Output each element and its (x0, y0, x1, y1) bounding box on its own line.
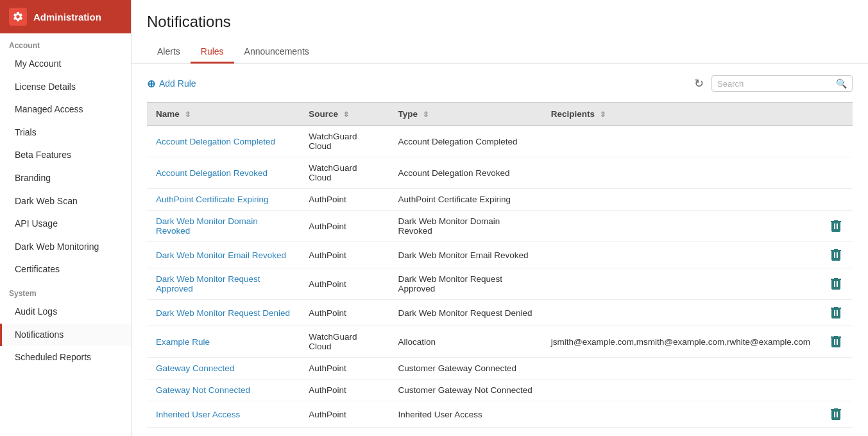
cell-recipients (542, 300, 819, 326)
rule-name-link[interactable]: Example Rule (156, 337, 210, 347)
cell-type: Customer Gateway Not Connected (389, 379, 541, 401)
delete-button[interactable] (828, 277, 844, 291)
rule-name-link[interactable]: Gateway Not Connected (156, 385, 250, 395)
cell-recipients (542, 157, 819, 189)
cell-source: AuthPoint (300, 189, 389, 211)
sidebar-item-dark-web-scan[interactable]: Dark Web Scan (0, 190, 131, 213)
cell-delete (819, 326, 853, 358)
cell-type: Dark Web Monitor Request Approved (389, 268, 541, 300)
delete-button[interactable] (828, 219, 844, 233)
content-area: ⊕ Add Rule ↻ 🔍 Name ⇳ (132, 64, 868, 436)
cell-source: WatchGuard Cloud (300, 126, 389, 157)
search-icon: 🔍 (836, 78, 847, 89)
sidebar-item-notifications[interactable]: Notifications (0, 324, 131, 347)
table-row: Gateway Not ConnectedAuthPointCustomer G… (147, 379, 853, 401)
type-sort-icon: ⇳ (423, 110, 429, 119)
rule-name-link[interactable]: Account Delegation Completed (156, 137, 275, 146)
cell-type: Account Delegation Completed (389, 126, 541, 157)
rules-table: Name ⇳ Source ⇳ Type ⇳ Recipients ⇳ (147, 102, 853, 428)
cell-delete (819, 242, 853, 268)
system-section-label: System (0, 281, 131, 301)
sidebar-header-title: Administration (33, 12, 101, 22)
cell-name: Inherited User Access (147, 401, 300, 428)
refresh-icon: ↻ (694, 76, 704, 91)
sidebar-item-beta-features[interactable]: Beta Features (0, 144, 131, 167)
cell-source: AuthPoint (300, 300, 389, 326)
recipients-sort-icon: ⇳ (600, 110, 606, 119)
cell-source: AuthPoint (300, 268, 389, 300)
tab-rules[interactable]: Rules (191, 41, 234, 64)
sidebar-item-dark-web-monitoring[interactable]: Dark Web Monitoring (0, 236, 131, 259)
sidebar-account-section: Account My Account License Details Manag… (0, 33, 131, 281)
cell-name: Dark Web Monitor Request Denied (147, 300, 300, 326)
sidebar-item-audit-logs[interactable]: Audit Logs (0, 301, 131, 324)
sidebar-item-trials[interactable]: Trials (0, 121, 131, 144)
delete-button[interactable] (828, 335, 844, 349)
name-sort-icon: ⇳ (185, 110, 191, 119)
gear-icon (9, 8, 27, 26)
sidebar-item-scheduled-reports[interactable]: Scheduled Reports (0, 346, 131, 369)
col-actions (819, 103, 853, 126)
tab-announcements[interactable]: Announcements (234, 41, 319, 64)
col-type[interactable]: Type ⇳ (389, 103, 541, 126)
delete-button[interactable] (828, 248, 844, 262)
sidebar-item-license-details[interactable]: License Details (0, 76, 131, 99)
sidebar-system-section: System Audit Logs Notifications Schedule… (0, 281, 131, 369)
cell-type: AuthPoint Certificate Expiring (389, 189, 541, 211)
sidebar-item-api-usage[interactable]: API Usage (0, 213, 131, 236)
table-body: Account Delegation CompletedWatchGuard C… (147, 126, 853, 428)
toolbar-right: ↻ 🔍 (692, 74, 853, 93)
col-source[interactable]: Source ⇳ (300, 103, 389, 126)
rule-name-link[interactable]: Dark Web Monitor Email Revoked (156, 250, 286, 260)
table-row: Account Delegation RevokedWatchGuard Clo… (147, 157, 853, 189)
cell-source: AuthPoint (300, 211, 389, 242)
table-row: Dark Web Monitor Request DeniedAuthPoint… (147, 300, 853, 326)
account-section-label: Account (0, 33, 131, 53)
delete-button[interactable] (828, 407, 844, 421)
table-row: Inherited User AccessAuthPointInherited … (147, 401, 853, 428)
cell-recipients (542, 211, 819, 242)
rule-name-link[interactable]: Account Delegation Revoked (156, 168, 268, 178)
rule-name-link[interactable]: Gateway Connected (156, 363, 234, 373)
cell-type: Inherited User Access (389, 401, 541, 428)
delete-button[interactable] (828, 306, 844, 320)
cell-delete (819, 379, 853, 401)
rule-name-link[interactable]: Dark Web Monitor Domain Revoked (156, 216, 258, 236)
cell-name: Dark Web Monitor Domain Revoked (147, 211, 300, 242)
col-name[interactable]: Name ⇳ (147, 103, 300, 126)
cell-recipients (542, 401, 819, 428)
toolbar: ⊕ Add Rule ↻ 🔍 (147, 74, 853, 93)
cell-delete (819, 189, 853, 211)
cell-type: Allocation (389, 326, 541, 358)
cell-delete (819, 211, 853, 242)
rule-name-link[interactable]: Dark Web Monitor Request Denied (156, 308, 290, 318)
cell-delete (819, 401, 853, 428)
tab-alerts[interactable]: Alerts (147, 41, 191, 64)
cell-type: Dark Web Monitor Domain Revoked (389, 211, 541, 242)
cell-delete (819, 157, 853, 189)
sidebar-item-branding[interactable]: Branding (0, 167, 131, 190)
table-row: Dark Web Monitor Domain RevokedAuthPoint… (147, 211, 853, 242)
sidebar-item-my-account[interactable]: My Account (0, 53, 131, 76)
rule-name-link[interactable]: Dark Web Monitor Request Approved (156, 274, 260, 293)
cell-name: Account Delegation Completed (147, 126, 300, 157)
col-recipients[interactable]: Recipients ⇳ (542, 103, 819, 126)
sidebar-item-managed-access[interactable]: Managed Access (0, 98, 131, 121)
rule-name-link[interactable]: Inherited User Access (156, 410, 240, 419)
cell-source: AuthPoint (300, 401, 389, 428)
cell-recipients (542, 268, 819, 300)
source-sort-icon: ⇳ (343, 110, 349, 119)
cell-name: Example Rule (147, 326, 300, 358)
search-input[interactable] (717, 79, 832, 89)
refresh-button[interactable]: ↻ (692, 74, 706, 93)
table-row: Dark Web Monitor Request ApprovedAuthPoi… (147, 268, 853, 300)
search-box: 🔍 (711, 75, 853, 92)
add-rule-button[interactable]: ⊕ Add Rule (147, 75, 196, 92)
cell-source: AuthPoint (300, 242, 389, 268)
cell-source: AuthPoint (300, 379, 389, 401)
table-header: Name ⇳ Source ⇳ Type ⇳ Recipients ⇳ (147, 103, 853, 126)
rule-name-link[interactable]: AuthPoint Certificate Expiring (156, 195, 269, 204)
sidebar-item-certificates[interactable]: Certificates (0, 258, 131, 281)
table-row: Gateway ConnectedAuthPointCustomer Gatew… (147, 358, 853, 379)
tab-bar: Alerts Rules Announcements (147, 41, 853, 63)
